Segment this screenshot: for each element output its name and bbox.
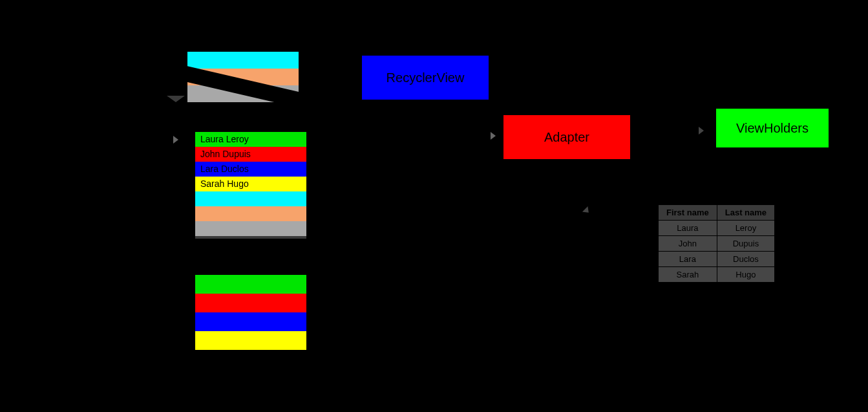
table-row: LaraDuclos bbox=[659, 252, 775, 267]
table-cell: Dupuis bbox=[717, 236, 774, 252]
viewholder-stack bbox=[195, 275, 306, 350]
stack-bar bbox=[195, 312, 306, 331]
table-cell: Sarah bbox=[659, 267, 717, 283]
adapter-box: Adapter bbox=[503, 115, 630, 159]
list-shadow bbox=[195, 236, 306, 239]
list-item bbox=[195, 221, 306, 236]
table-cell: Lara bbox=[659, 252, 717, 267]
data-table: First nameLast name LauraLeroyJohnDupuis… bbox=[658, 204, 775, 283]
recycled-view-strip bbox=[187, 52, 299, 102]
list-item bbox=[195, 191, 306, 206]
stack-bar bbox=[195, 331, 306, 350]
stack-bar bbox=[195, 294, 306, 312]
name-list: Laura LeroyJohn DupuisLara DuclosSarah H… bbox=[195, 132, 306, 236]
list-item bbox=[195, 206, 306, 221]
table-cell: Laura bbox=[659, 221, 717, 236]
table-header: First name bbox=[659, 205, 717, 221]
arrow-icon bbox=[491, 132, 496, 140]
arrow-icon bbox=[699, 127, 704, 135]
table-cell: John bbox=[659, 236, 717, 252]
table-row: JohnDupuis bbox=[659, 236, 775, 252]
table-cell: Leroy bbox=[717, 221, 774, 236]
table-row: SarahHugo bbox=[659, 267, 775, 283]
table-cell: Hugo bbox=[717, 267, 774, 283]
arrow-icon bbox=[582, 206, 591, 215]
persp-strip bbox=[187, 52, 299, 69]
list-item: Lara Duclos bbox=[195, 162, 306, 177]
list-item: John Dupuis bbox=[195, 147, 306, 162]
table-cell: Duclos bbox=[717, 252, 774, 267]
recyclerview-label: RecyclerView bbox=[386, 70, 465, 85]
viewholders-label: ViewHolders bbox=[736, 121, 809, 136]
shadow-icon bbox=[167, 96, 185, 102]
table-header: Last name bbox=[717, 205, 774, 221]
data-table-container: First nameLast name LauraLeroyJohnDupuis… bbox=[658, 204, 775, 283]
list-item: Sarah Hugo bbox=[195, 177, 306, 191]
recyclerview-box: RecyclerView bbox=[362, 56, 489, 100]
arrow-icon bbox=[173, 136, 178, 144]
table-row: LauraLeroy bbox=[659, 221, 775, 236]
adapter-label: Adapter bbox=[544, 130, 589, 145]
stack-bar bbox=[195, 275, 306, 294]
diagram-stage: RecyclerView Adapter ViewHolders Laura L… bbox=[0, 0, 868, 412]
list-item: Laura Leroy bbox=[195, 132, 306, 147]
viewholders-box: ViewHolders bbox=[716, 109, 829, 147]
